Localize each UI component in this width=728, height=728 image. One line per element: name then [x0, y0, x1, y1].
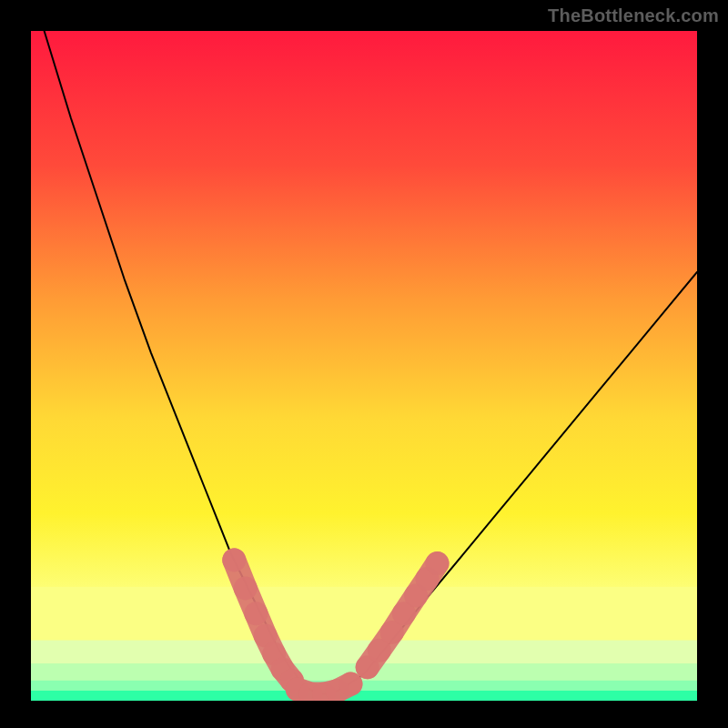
highlight-dot [244, 602, 268, 625]
highlight-dot [234, 576, 258, 600]
gradient-band [31, 587, 697, 641]
highlight-dot [222, 548, 246, 571]
highlight-dot [426, 551, 450, 575]
chart-frame: TheBottleneck.com [0, 0, 728, 728]
gradient-band [31, 681, 697, 691]
plot-area [31, 31, 697, 701]
watermark-text: TheBottleneck.com [548, 5, 719, 26]
highlight-dot [339, 672, 362, 696]
gradient-band [31, 691, 697, 701]
chart-svg [31, 31, 697, 701]
